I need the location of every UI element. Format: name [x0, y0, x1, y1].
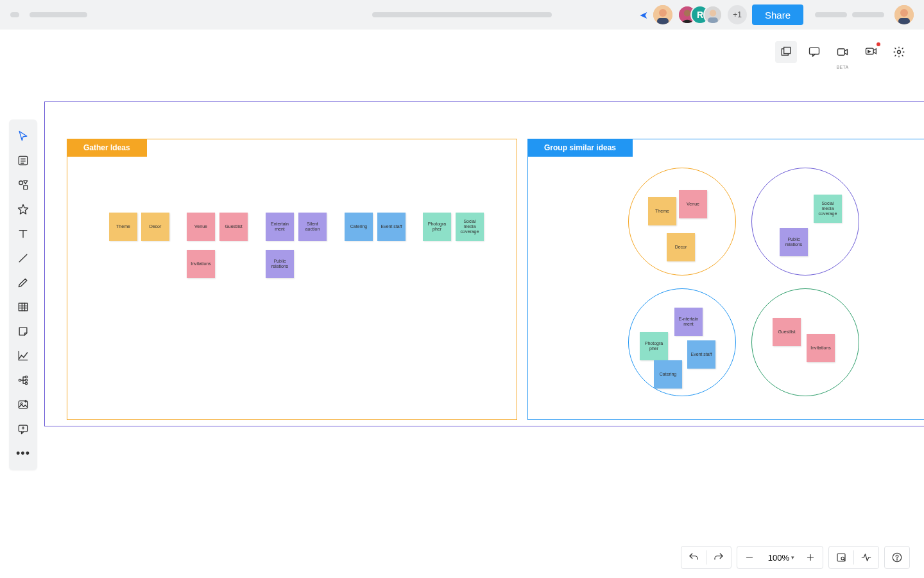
zoom-in-button[interactable] [798, 547, 823, 568]
sticky-note[interactable]: Event staff [377, 213, 406, 241]
sticky-note[interactable]: Venue [679, 190, 707, 218]
zoom-level[interactable]: 100% [762, 553, 798, 563]
sticky-note[interactable]: Public relations [780, 228, 808, 256]
frame-group-ideas[interactable]: Group similar ideas ThemeVenueDecorSocia… [527, 139, 924, 420]
sticky-note[interactable]: Invitations [807, 334, 835, 362]
frame-gather-ideas[interactable]: Gather Ideas ThemeDecorVenueGuestlistInv… [67, 139, 517, 420]
activity-button[interactable] [854, 547, 878, 568]
undo-button[interactable] [681, 547, 706, 568]
sticky-note[interactable]: Social media coverage [456, 213, 484, 241]
sticky-note[interactable]: Guestlist [219, 213, 248, 241]
sticky-note[interactable]: Photogra pher [640, 332, 668, 360]
redo-button[interactable] [706, 547, 731, 568]
help-button[interactable] [885, 547, 909, 568]
frame-title-group[interactable]: Group similar ideas [527, 139, 633, 157]
sticky-note[interactable]: Photogra pher [423, 213, 451, 241]
svg-point-51 [897, 559, 898, 560]
bottom-bar: 100% [681, 546, 910, 569]
zoom-out-button[interactable] [737, 547, 762, 568]
sticky-note[interactable]: Guestlist [773, 318, 801, 346]
help-group [884, 546, 910, 569]
sticky-note[interactable]: Invitations [187, 250, 215, 278]
sticky-note[interactable]: Venue [187, 213, 215, 241]
group-circle[interactable] [751, 288, 859, 396]
sticky-note[interactable]: Silent auction [298, 213, 327, 241]
sticky-note[interactable]: Catering [654, 360, 682, 389]
sticky-note[interactable]: Theme [648, 197, 676, 225]
sticky-note[interactable]: Social media coverage [814, 195, 842, 223]
frame-title-gather[interactable]: Gather Ideas [67, 139, 147, 157]
group-circle[interactable] [751, 168, 859, 276]
sticky-note[interactable]: Event staff [687, 340, 715, 369]
history-group [681, 546, 732, 569]
sticky-note[interactable]: Catering [345, 213, 373, 241]
view-group [828, 546, 879, 569]
fit-view-button[interactable] [829, 547, 853, 568]
sticky-note[interactable]: Entertain ment [266, 213, 294, 241]
sticky-note[interactable]: E-ntertain ment [674, 308, 703, 336]
canvas[interactable]: Gather Ideas ThemeDecorVenueGuestlistInv… [0, 0, 924, 578]
sticky-note[interactable]: Decor [667, 233, 695, 261]
zoom-group: 100% [737, 546, 823, 569]
sticky-note[interactable]: Public relations [266, 250, 294, 278]
sticky-note[interactable]: Decor [141, 213, 169, 241]
sticky-note[interactable]: Theme [109, 213, 137, 241]
